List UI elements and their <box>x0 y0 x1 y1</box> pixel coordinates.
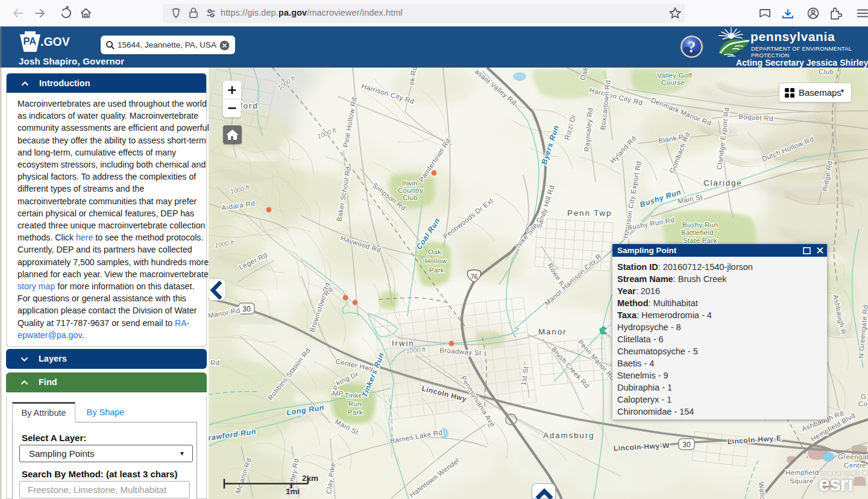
svg-text:.GOV: .GOV <box>40 35 70 48</box>
svg-text:Centre: Centre <box>844 462 866 469</box>
svg-text:Manor: Manor <box>538 327 567 336</box>
svg-text:Adamsburg: Adamsburg <box>543 431 594 440</box>
svg-text:Club: Club <box>403 194 418 201</box>
svg-text:2km: 2km <box>302 474 318 483</box>
svg-text:Square: Square <box>790 477 813 485</box>
svg-text:Valley Golf: Valley Golf <box>657 72 693 79</box>
svg-text:Rd: Rd <box>210 359 220 366</box>
svg-text:MP: MP <box>333 390 344 397</box>
svg-text:Course: Course <box>661 79 685 86</box>
svg-text:Country: Country <box>398 187 423 194</box>
svg-text:Bushy Run: Bushy Run <box>682 221 718 228</box>
svg-text:Irwin: Irwin <box>402 180 418 187</box>
svg-text:30: 30 <box>682 441 691 449</box>
svg-text:PA: PA <box>24 36 37 46</box>
svg-text:1mi: 1mi <box>286 487 300 496</box>
svg-text:Hollow: Hollow <box>425 257 447 265</box>
svg-text:Greengat: Greengat <box>838 453 868 460</box>
svg-text:Park: Park <box>348 409 363 416</box>
svg-text:Claridge: Claridge <box>703 178 743 187</box>
svg-text:76: 76 <box>471 273 478 280</box>
svg-text:30: 30 <box>242 305 251 313</box>
svg-text:Hempfield: Hempfield <box>785 469 819 476</box>
svg-text:Park: Park <box>429 266 444 274</box>
svg-text:Wallo: Wallo <box>758 482 767 499</box>
svg-text:Oak: Oak <box>428 248 441 256</box>
svg-text:?: ? <box>688 38 696 56</box>
svg-text:Battlefield: Battlefield <box>681 229 714 236</box>
svg-text:Run: Run <box>348 400 362 407</box>
svg-text:State Park: State Park <box>683 237 717 244</box>
svg-text:ford: ford <box>240 101 258 110</box>
svg-text:Co: Co <box>858 400 868 407</box>
svg-text:Club: Club <box>819 68 834 75</box>
svg-text:Penn Twp: Penn Twp <box>567 209 612 218</box>
svg-text:G: G <box>861 393 866 400</box>
